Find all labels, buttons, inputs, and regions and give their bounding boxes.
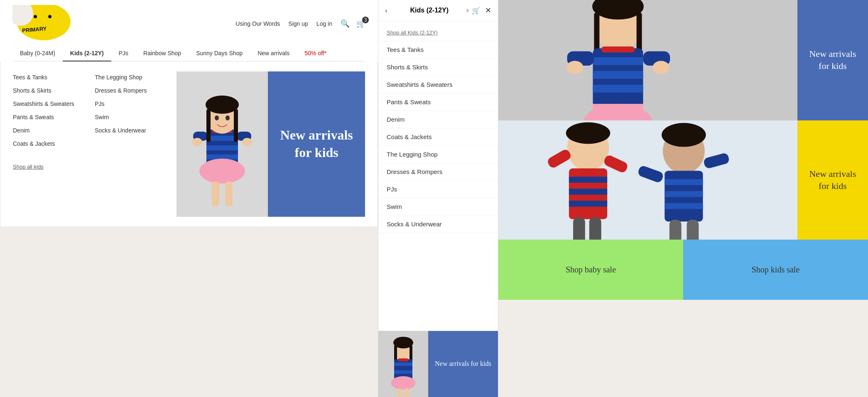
mobile-menu-list: Shop all Kids (2-12Y) Tees & Tanks Short… — [378, 21, 498, 331]
promo-bottom-row: Shop baby sale Shop kids sale — [498, 240, 868, 300]
mobile-menu-denim[interactable]: Denim — [378, 111, 498, 128]
svg-rect-63 — [573, 218, 585, 240]
mobile-menu-pjs[interactable]: PJs — [378, 181, 498, 198]
promo-card-new-arrivals-2[interactable]: New arrivals for kids — [498, 120, 868, 240]
dropdown-tees-tanks[interactable]: Tees & Tanks — [13, 71, 95, 83]
nav-sale[interactable]: 50% off* — [297, 46, 334, 61]
cart-count: 3 — [362, 17, 369, 23]
svg-rect-47 — [601, 47, 635, 52]
svg-rect-49 — [593, 104, 643, 117]
svg-rect-22 — [234, 109, 238, 142]
dropdown-sweatshirts[interactable]: Sweatshirts & Sweaters — [13, 98, 95, 110]
promo-card-text-1[interactable]: New arrivals for kids — [797, 0, 868, 120]
dropdown-denim[interactable]: Denim — [13, 125, 95, 136]
dropdown-col-2: The Legging Shop Dresses & Rompers PJs S… — [95, 71, 177, 217]
dropdown-swim[interactable]: Swim — [95, 111, 177, 123]
svg-point-2 — [34, 15, 37, 18]
svg-rect-46 — [593, 85, 643, 93]
promo-kid-photo-1 — [498, 0, 797, 120]
svg-rect-37 — [405, 388, 409, 397]
svg-rect-31 — [394, 363, 412, 366]
promo-two-kids-photo — [498, 120, 797, 240]
nav-sunny[interactable]: Sunny Days Shop — [189, 46, 250, 61]
svg-rect-62 — [569, 201, 607, 206]
svg-point-14 — [242, 138, 252, 146]
svg-rect-60 — [569, 177, 607, 183]
svg-point-23 — [215, 115, 219, 120]
header-top: PRIMARY Using Our Words Sign up Log in 🔍… — [12, 5, 365, 42]
sign-up-link[interactable]: Sign up — [288, 20, 308, 27]
mobile-cart-count: 3 — [466, 8, 469, 13]
dropdown-legging-shop[interactable]: The Legging Shop — [95, 71, 177, 83]
svg-rect-17 — [212, 181, 219, 206]
mobile-menu-sweatshirts[interactable]: Sweatshirts & Sweaters — [378, 76, 498, 93]
using-our-words-link[interactable]: Using Our Words — [235, 20, 280, 27]
mobile-promo-text[interactable]: New arrivals for kids — [428, 331, 498, 397]
mobile-promo-banner[interactable]: New arrivals for kids — [378, 331, 498, 397]
dropdown-promo-image — [177, 71, 268, 217]
promo-card-new-arrivals-1[interactable]: New arrivals for kids — [498, 0, 868, 120]
dropdown-pjs[interactable]: PJs — [95, 98, 177, 110]
svg-point-3 — [48, 15, 51, 18]
header-right: Using Our Words Sign up Log in 🔍 🛒 3 — [235, 19, 365, 28]
svg-rect-33 — [398, 358, 408, 361]
mobile-menu-shorts-skirts[interactable]: Shorts & Skirts — [378, 59, 498, 76]
header-icons: 🔍 🛒 3 — [341, 19, 365, 28]
dropdown-shop-all-kids[interactable]: Shop all kids — [13, 161, 95, 172]
promo-card-baby-sale[interactable]: Shop baby sale — [498, 240, 683, 300]
svg-rect-73 — [669, 220, 682, 240]
promo-card-kids-sale[interactable]: Shop kids sale — [683, 240, 868, 300]
svg-rect-44 — [593, 57, 643, 65]
svg-rect-70 — [664, 179, 703, 185]
nav-baby[interactable]: Baby (0-24M) — [12, 46, 63, 61]
mobile-menu-coats-jackets[interactable]: Coats & Jackets — [378, 128, 498, 146]
dropdown-promo-text[interactable]: New arrivals for kids — [268, 71, 365, 217]
svg-rect-16 — [206, 165, 238, 173]
nav-rainbow[interactable]: Rainbow Shop — [136, 46, 189, 61]
search-icon[interactable]: 🔍 — [341, 19, 350, 28]
mobile-menu-socks-underwear[interactable]: Socks & Underwear — [378, 216, 498, 233]
kids-dropdown-menu: Tees & Tanks Shorts & Skirts Sweatshirts… — [0, 61, 378, 227]
logo-icon[interactable]: PRIMARY — [12, 5, 71, 42]
promo-card-text-2[interactable]: New arrivals for kids — [797, 120, 868, 240]
svg-point-54 — [566, 61, 583, 74]
mobile-promo-image — [378, 331, 428, 397]
svg-rect-71 — [664, 191, 703, 197]
svg-rect-32 — [394, 370, 412, 374]
dropdown-coats-jackets[interactable]: Coats & Jackets — [13, 138, 95, 149]
svg-point-68 — [662, 123, 706, 147]
dropdown-pants-sweats[interactable]: Pants & Sweats — [13, 111, 95, 123]
kid-photo-illustration — [177, 71, 268, 217]
mobile-menu-panel: ‹ Kids (2-12Y) 3 🛒 ✕ Shop all Kids (2-12… — [378, 0, 498, 397]
mobile-menu-dresses-rompers[interactable]: Dresses & Rompers — [378, 163, 498, 181]
svg-rect-7 — [206, 136, 238, 141]
mobile-menu-tees-tanks[interactable]: Tees & Tanks — [378, 41, 498, 59]
mobile-menu-legging-shop[interactable]: The Legging Shop — [378, 146, 498, 163]
mobile-shop-all-kids[interactable]: Shop all Kids (2-12Y) — [378, 25, 498, 41]
svg-rect-21 — [206, 109, 211, 142]
nav-new-arrivals[interactable]: New arrivals — [250, 46, 297, 61]
mobile-back-button[interactable]: ‹ — [385, 6, 387, 15]
dropdown-promo-area[interactable]: New arrivals for kids — [177, 71, 365, 217]
cart-button[interactable]: 🛒 3 — [356, 19, 365, 28]
log-in-link[interactable]: Log in — [316, 20, 332, 27]
mobile-menu-pants-sweats[interactable]: Pants & Sweats — [378, 93, 498, 111]
dropdown-socks-underwear[interactable]: Socks & Underwear — [95, 125, 177, 136]
svg-rect-45 — [593, 71, 643, 79]
svg-rect-8 — [206, 145, 238, 150]
mobile-cart-icon[interactable]: 🛒 — [472, 7, 480, 15]
dropdown-dresses-rompers[interactable]: Dresses & Rompers — [95, 85, 177, 96]
svg-rect-72 — [664, 203, 703, 209]
dropdown-shorts-skirts[interactable]: Shorts & Skirts — [13, 85, 95, 96]
logo-area: PRIMARY — [12, 5, 71, 42]
nav-kids[interactable]: Kids (2-12Y) — [63, 46, 111, 61]
svg-rect-18 — [225, 181, 233, 206]
mobile-close-button[interactable]: ✕ — [485, 6, 491, 15]
nav-pjs[interactable]: PJs — [111, 46, 136, 61]
site-header: PRIMARY Using Our Words Sign up Log in 🔍… — [0, 0, 378, 61]
svg-point-58 — [566, 123, 611, 144]
mobile-menu-swim[interactable]: Swim — [378, 198, 498, 216]
svg-point-55 — [653, 61, 669, 74]
svg-point-24 — [226, 115, 230, 120]
svg-point-13 — [192, 138, 202, 146]
